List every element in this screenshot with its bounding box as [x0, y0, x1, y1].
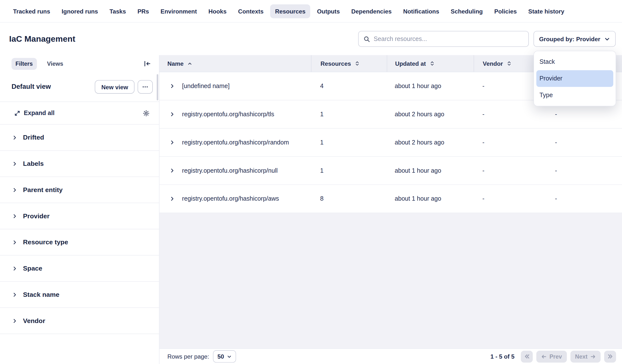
top-navigation: Tracked runs Ignored runs Tasks PRs Envi…: [0, 0, 622, 22]
search-input[interactable]: [374, 35, 524, 42]
column-header-updated-at[interactable]: Updated at: [387, 55, 474, 72]
column-header-vendor[interactable]: Vendor: [474, 55, 533, 72]
updated-at: about 1 hour ago: [387, 157, 474, 184]
vendor-value: -: [474, 72, 533, 100]
expand-all-row: Expand all: [0, 102, 159, 125]
resource-name: registry.opentofu.org/hashicorp/aws: [182, 195, 279, 202]
resource-name: registry.opentofu.org/hashicorp/tls: [182, 111, 274, 118]
filters-sidebar: Filters Views Default view New view Expa…: [0, 55, 159, 364]
filter-section-label: Space: [23, 265, 42, 272]
tab-filters[interactable]: Filters: [12, 58, 37, 70]
page-title: IaC Management: [9, 34, 75, 44]
row-expander-chevron[interactable]: [168, 81, 177, 91]
row-expander-chevron[interactable]: [168, 194, 177, 204]
filter-section-drifted[interactable]: Drifted: [0, 125, 159, 151]
filter-section-label: Labels: [23, 160, 44, 168]
nav-tab-environment[interactable]: Environment: [156, 4, 202, 18]
group-by-menu: Stack Provider Type: [533, 51, 616, 106]
vendor-value: -: [474, 129, 533, 156]
double-chevron-right-icon: [607, 353, 613, 359]
menu-item-provider[interactable]: Provider: [536, 70, 613, 87]
last-page-button[interactable]: [604, 350, 616, 363]
search-box[interactable]: [358, 31, 528, 47]
nav-tab-contexts[interactable]: Contexts: [233, 4, 268, 18]
rows-per-page-label: Rows per page:: [168, 353, 209, 360]
chevron-right-icon: [12, 187, 18, 193]
double-chevron-left-icon: [524, 353, 530, 359]
chevron-right-icon: [12, 135, 18, 140]
sidebar-scrollbar[interactable]: [157, 74, 158, 100]
nav-tab-scheduling[interactable]: Scheduling: [446, 4, 487, 18]
resource-name: registry.opentofu.org/hashicorp/random: [182, 139, 289, 146]
resource-name: [undefined name]: [182, 82, 230, 90]
chevron-right-icon: [12, 292, 18, 298]
resource-count: 1: [311, 100, 387, 128]
table-row[interactable]: registry.opentofu.org/hashicorp/aws 8 ab…: [159, 185, 622, 213]
updated-at: about 1 hour ago: [387, 185, 474, 213]
collapse-sidebar-icon[interactable]: [141, 58, 153, 69]
column-label: Vendor: [483, 60, 503, 67]
chevron-right-icon: [12, 266, 18, 271]
next-label: Next: [575, 353, 587, 360]
nav-tab-dependencies[interactable]: Dependencies: [347, 4, 396, 18]
arrow-right-icon: [590, 354, 596, 359]
row-expander-chevron[interactable]: [168, 138, 177, 147]
table-row[interactable]: registry.opentofu.org/hashicorp/null 1 a…: [159, 157, 622, 185]
gear-icon[interactable]: [141, 108, 151, 118]
resource-count: 4: [311, 72, 387, 100]
menu-item-stack[interactable]: Stack: [536, 54, 613, 70]
menu-item-type[interactable]: Type: [536, 87, 613, 103]
sidebar-tabs: Filters Views: [0, 55, 159, 72]
updated-at: about 2 hours ago: [387, 129, 474, 156]
more-options-button[interactable]: [137, 80, 153, 94]
view-row: Default view New view: [0, 72, 159, 102]
updated-at: about 1 hour ago: [387, 72, 474, 100]
chevron-right-icon: [12, 239, 18, 245]
app-window: Tracked runs Ignored runs Tasks PRs Envi…: [0, 0, 622, 364]
column-label: Resources: [321, 60, 351, 67]
new-view-button[interactable]: New view: [95, 80, 135, 94]
group-by-dropdown-button[interactable]: Grouped by: Provider: [533, 31, 616, 47]
pagination-range: 1 - 5 of 5: [490, 353, 514, 360]
updated-at: about 2 hours ago: [387, 100, 474, 128]
filter-section-provider[interactable]: Provider: [0, 203, 159, 229]
filter-section-resource-type[interactable]: Resource type: [0, 229, 159, 256]
nav-tab-state-history[interactable]: State history: [524, 4, 569, 18]
rows-per-page-select[interactable]: 50: [213, 350, 236, 363]
next-page-button[interactable]: Next: [570, 350, 601, 363]
nav-tab-ignored-runs[interactable]: Ignored runs: [57, 4, 103, 18]
nav-tab-prs[interactable]: PRs: [133, 4, 154, 18]
rows-per-page-value: 50: [217, 353, 224, 360]
nav-tab-policies[interactable]: Policies: [489, 4, 522, 18]
tab-views[interactable]: Views: [43, 58, 67, 70]
resource-name: registry.opentofu.org/hashicorp/null: [182, 167, 278, 174]
nav-tab-tasks[interactable]: Tasks: [105, 4, 131, 18]
filter-section-vendor[interactable]: Vendor: [0, 308, 159, 334]
filter-section-space[interactable]: Space: [0, 256, 159, 282]
expand-all-label: Expand all: [24, 109, 55, 116]
filter-section-parent-entity[interactable]: Parent entity: [0, 177, 159, 203]
prev-page-button[interactable]: Prev: [536, 350, 567, 363]
search-icon: [363, 36, 370, 42]
column-label: Name: [168, 60, 184, 67]
column-label: Updated at: [395, 60, 426, 67]
group-by-label: Grouped by: Provider: [539, 36, 600, 42]
nav-tab-outputs[interactable]: Outputs: [312, 4, 345, 18]
expand-all-button[interactable]: Expand all: [14, 109, 55, 116]
filter-section-stack-name[interactable]: Stack name: [0, 282, 159, 308]
column-header-resources[interactable]: Resources: [311, 55, 387, 72]
resource-count: 1: [311, 157, 387, 184]
table-row[interactable]: registry.opentofu.org/hashicorp/random 1…: [159, 129, 622, 157]
nav-tab-resources[interactable]: Resources: [270, 4, 310, 18]
resource-count: 1: [311, 129, 387, 156]
filter-section-label: Provider: [23, 212, 50, 220]
nav-tab-notifications[interactable]: Notifications: [398, 4, 444, 18]
nav-tab-hooks[interactable]: Hooks: [204, 4, 231, 18]
row-expander-chevron[interactable]: [168, 166, 177, 175]
chevron-right-icon: [12, 318, 18, 324]
first-page-button[interactable]: [521, 350, 533, 363]
column-header-name[interactable]: Name: [159, 55, 311, 72]
row-expander-chevron[interactable]: [168, 109, 177, 119]
nav-tab-tracked-runs[interactable]: Tracked runs: [8, 4, 55, 18]
filter-section-labels[interactable]: Labels: [0, 151, 159, 177]
